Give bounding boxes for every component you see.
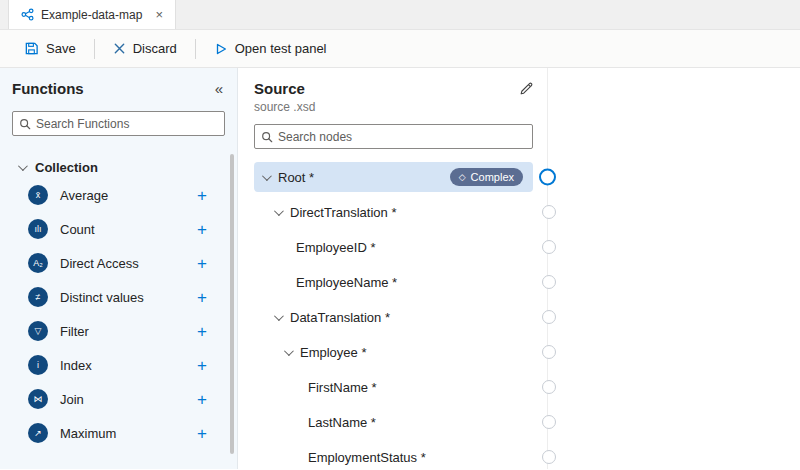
tree-node-label: Employee * xyxy=(300,345,366,360)
dismiss-icon xyxy=(113,42,126,55)
node-connector-handle[interactable] xyxy=(542,450,556,464)
tab-title: Example-data-map xyxy=(41,8,142,22)
command-toolbar: Save Discard Open test panel xyxy=(0,30,800,68)
collapse-panel-icon[interactable]: « xyxy=(215,81,223,96)
mapping-canvas xyxy=(548,68,800,469)
function-label: Index xyxy=(60,358,185,373)
average-icon: x̄ xyxy=(28,185,48,205)
tree-node-employeeid[interactable]: EmployeeID * xyxy=(254,232,533,262)
search-icon xyxy=(19,118,31,130)
tree-node-directtranslation[interactable]: DirectTranslation * xyxy=(254,197,533,227)
function-item-maximum[interactable]: ↗ Maximum + xyxy=(0,416,237,450)
node-connector-handle[interactable] xyxy=(542,380,556,394)
add-function-button[interactable]: + xyxy=(197,391,207,408)
open-test-panel-label: Open test panel xyxy=(235,41,327,56)
functions-panel-title: Functions xyxy=(12,80,84,97)
tree-node-lastname[interactable]: LastName * xyxy=(254,407,533,437)
tab-example-data-map[interactable]: Example-data-map × xyxy=(8,0,176,29)
function-label: Direct Access xyxy=(60,256,185,271)
add-function-button[interactable]: + xyxy=(197,357,207,374)
source-panel-title: Source xyxy=(254,80,305,97)
functions-panel: Functions « Collection x̄ Average + xyxy=(0,68,238,469)
discard-button[interactable]: Discard xyxy=(103,35,187,62)
node-connector-handle[interactable] xyxy=(542,415,556,429)
complex-shape-icon: ◇ xyxy=(459,173,466,182)
add-function-button[interactable]: + xyxy=(197,289,207,306)
badge-label: Complex xyxy=(471,171,514,183)
toolbar-divider xyxy=(195,39,196,59)
nodes-search-input[interactable] xyxy=(278,130,526,144)
function-label: Average xyxy=(60,188,185,203)
chevron-down-icon[interactable] xyxy=(284,346,294,356)
tree-node-label: DataTranslation * xyxy=(290,310,390,325)
add-function-button[interactable]: + xyxy=(197,425,207,442)
chevron-down-icon[interactable] xyxy=(274,206,284,216)
add-function-button[interactable]: + xyxy=(197,221,207,238)
add-function-button[interactable]: + xyxy=(197,323,207,340)
count-icon: ılı xyxy=(28,219,48,239)
source-panel: Source source .xsd Root * xyxy=(238,68,548,469)
node-connector-handle[interactable] xyxy=(542,240,556,254)
save-icon xyxy=(24,41,39,56)
tree-node-label: EmploymentStatus * xyxy=(308,450,426,465)
edit-source-icon[interactable] xyxy=(519,82,533,96)
tree-node-firstname[interactable]: FirstName * xyxy=(254,372,533,402)
tree-node-label: FirstName * xyxy=(308,380,377,395)
functions-scrollbar[interactable] xyxy=(230,154,234,454)
node-connector-handle[interactable] xyxy=(542,310,556,324)
function-label: Join xyxy=(60,392,185,407)
function-item-direct-access[interactable]: A₂ Direct Access + xyxy=(0,246,237,280)
tree-node-label: LastName * xyxy=(308,415,376,430)
filter-icon: ▽ xyxy=(28,321,48,341)
node-connector-handle[interactable] xyxy=(542,205,556,219)
tree-node-employmentstatus[interactable]: EmploymentStatus * xyxy=(254,442,533,470)
function-item-join[interactable]: ⋈ Join + xyxy=(0,382,237,416)
tree-node-datatranslation[interactable]: DataTranslation * xyxy=(254,302,533,332)
category-collection[interactable]: Collection xyxy=(0,156,237,178)
tree-node-root[interactable]: Root * ◇ Complex xyxy=(254,162,533,192)
function-label: Maximum xyxy=(60,426,185,441)
complex-type-badge: ◇ Complex xyxy=(450,168,523,186)
tree-node-label: EmployeeName * xyxy=(296,275,397,290)
chevron-down-icon[interactable] xyxy=(274,311,284,321)
node-connector-handle[interactable] xyxy=(542,275,556,289)
add-function-button[interactable]: + xyxy=(197,187,207,204)
tree-node-employeename[interactable]: EmployeeName * xyxy=(254,267,533,297)
add-function-button[interactable]: + xyxy=(197,255,207,272)
category-label: Collection xyxy=(35,160,98,175)
nodes-search-box xyxy=(254,124,533,149)
tree-node-label: EmployeeID * xyxy=(296,240,375,255)
node-connector-handle[interactable] xyxy=(542,345,556,359)
function-label: Filter xyxy=(60,324,185,339)
functions-search-box xyxy=(12,111,225,136)
toolbar-divider xyxy=(94,39,95,59)
distinct-values-icon: ≠ xyxy=(28,287,48,307)
function-list: x̄ Average + ılı Count + A₂ Direct Acces… xyxy=(0,178,237,450)
play-icon xyxy=(214,42,228,56)
function-item-filter[interactable]: ▽ Filter + xyxy=(0,314,237,348)
function-label: Distinct values xyxy=(60,290,185,305)
join-icon: ⋈ xyxy=(28,389,48,409)
discard-label: Discard xyxy=(133,41,177,56)
source-schema-tree: Root * ◇ Complex DirectTranslation * Emp… xyxy=(254,162,533,470)
function-item-distinct-values[interactable]: ≠ Distinct values + xyxy=(0,280,237,314)
tree-node-label: Root * xyxy=(278,170,314,185)
maximum-icon: ↗ xyxy=(28,423,48,443)
save-button[interactable]: Save xyxy=(14,35,86,62)
node-connector-handle[interactable] xyxy=(539,169,556,186)
save-label: Save xyxy=(46,41,76,56)
functions-search-input[interactable] xyxy=(36,117,218,131)
tab-close-icon[interactable]: × xyxy=(155,7,163,22)
function-item-index[interactable]: i Index + xyxy=(0,348,237,382)
index-icon: i xyxy=(28,355,48,375)
direct-access-icon: A₂ xyxy=(28,253,48,273)
function-item-count[interactable]: ılı Count + xyxy=(0,212,237,246)
function-label: Count xyxy=(60,222,185,237)
function-item-average[interactable]: x̄ Average + xyxy=(0,178,237,212)
chevron-down-icon xyxy=(18,161,28,171)
open-test-panel-button[interactable]: Open test panel xyxy=(204,35,337,62)
search-icon xyxy=(261,131,273,143)
chevron-down-icon[interactable] xyxy=(262,171,272,181)
tree-node-employee[interactable]: Employee * xyxy=(254,337,533,367)
main-content: Functions « Collection x̄ Average + xyxy=(0,68,800,469)
